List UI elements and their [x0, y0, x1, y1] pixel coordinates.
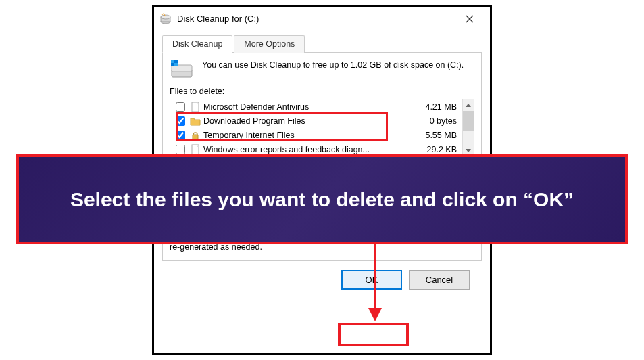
annotation-text: Select the files you want to delete and …	[70, 187, 574, 212]
svg-point-2	[161, 15, 170, 19]
ok-button[interactable]: OK	[341, 270, 402, 290]
svg-rect-6	[171, 60, 174, 63]
annotation-banner: Select the files you want to delete and …	[16, 154, 628, 244]
file-icon	[190, 102, 201, 112]
file-checkbox[interactable]	[176, 116, 185, 126]
file-size: 0 bytes	[412, 116, 460, 126]
file-icon	[190, 144, 201, 155]
disk-cleanup-icon	[159, 13, 172, 25]
close-button[interactable]	[455, 9, 485, 29]
files-to-delete-label: Files to delete:	[170, 87, 474, 96]
file-size: 4.21 MB	[412, 102, 460, 112]
close-icon	[466, 15, 474, 23]
dialog-button-row: OK Cancel	[162, 263, 482, 290]
file-name: Temporary Internet Files	[203, 131, 410, 140]
cleanup-info: You can use Disk Cleanup to free up to 1…	[170, 60, 474, 80]
file-name: Downloaded Program Files	[203, 116, 410, 126]
tab-row: Disk Cleanup More Options	[162, 35, 482, 53]
svg-rect-9	[193, 135, 198, 139]
file-list: Microsoft Defender Antivirus 4.21 MB Dow…	[170, 99, 474, 157]
titlebar: Disk Cleanup for (C:)	[154, 7, 490, 30]
file-row[interactable]: Downloaded Program Files 0 bytes	[170, 114, 462, 128]
file-name: Windows error reports and feedback diagn…	[203, 145, 410, 154]
window-title: Disk Cleanup for (C:)	[177, 14, 455, 24]
tab-disk-cleanup[interactable]: Disk Cleanup	[162, 35, 232, 53]
chevron-down-icon	[466, 149, 471, 152]
file-name: Microsoft Defender Antivirus	[203, 102, 410, 112]
scroll-up-button[interactable]	[463, 99, 474, 111]
scroll-thumb[interactable]	[463, 111, 474, 131]
drive-icon	[170, 60, 195, 80]
cancel-button[interactable]: Cancel	[409, 270, 470, 290]
cleanup-info-text: You can use Disk Cleanup to free up to 1…	[202, 60, 464, 71]
file-row[interactable]: Microsoft Defender Antivirus 4.21 MB	[170, 99, 462, 114]
file-size: 29.2 KB	[412, 145, 460, 154]
folder-icon	[190, 116, 201, 127]
file-size: 5.55 MB	[412, 131, 460, 140]
file-checkbox[interactable]	[176, 102, 185, 112]
file-checkbox[interactable]	[176, 131, 185, 140]
lock-icon	[190, 130, 201, 141]
file-checkbox[interactable]	[176, 145, 185, 154]
tab-more-options[interactable]: More Options	[234, 35, 305, 53]
file-list-scrollbar[interactable]	[462, 99, 474, 156]
chevron-up-icon	[466, 104, 471, 107]
file-row[interactable]: Temporary Internet Files 5.55 MB	[170, 128, 462, 142]
svg-rect-7	[174, 63, 178, 66]
